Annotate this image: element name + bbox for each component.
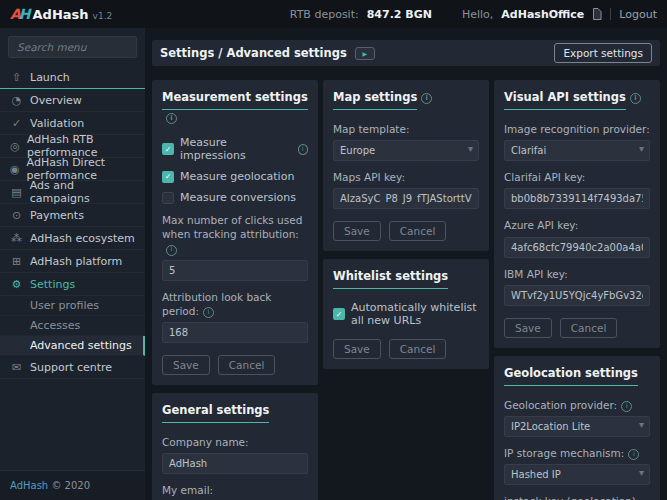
- company-name-input[interactable]: [162, 453, 308, 474]
- sidebar-item-label: Settings: [30, 278, 75, 291]
- sidebar-item-ads-campaigns[interactable]: ▤ Ads and campaigns: [0, 181, 145, 204]
- checkbox-checked-icon[interactable]: ✓: [333, 308, 345, 320]
- save-button[interactable]: Save: [333, 339, 381, 359]
- cancel-button[interactable]: Cancel: [389, 221, 447, 241]
- auto-whitelist-checkbox-row[interactable]: ✓ Automatically whitelist all new URLs: [333, 301, 479, 327]
- lookback-label: Attribution look back period:i: [162, 290, 308, 318]
- ip-storage-label: IP storage mechanism:i: [504, 446, 650, 460]
- info-icon[interactable]: i: [166, 113, 177, 124]
- sidebar-item-settings[interactable]: ⚙ Settings: [0, 273, 145, 296]
- azure-key-input[interactable]: [504, 237, 650, 258]
- ibm-key-input[interactable]: [504, 285, 650, 306]
- ads-campaigns-icon: ▤: [10, 186, 23, 199]
- clarifai-key-input[interactable]: [504, 188, 650, 209]
- max-clicks-label: Max number of clicks used when tracking …: [162, 213, 308, 256]
- logout-button[interactable]: Logout: [619, 8, 657, 21]
- sidebar-item-validation[interactable]: ✓ Validation: [0, 112, 145, 135]
- direct-performance-icon: ◉: [10, 163, 20, 176]
- document-icon[interactable]: [592, 8, 602, 20]
- rtb-deposit-value: 847.2 BGN: [367, 8, 432, 21]
- map-template-label: Map template:: [333, 122, 479, 136]
- info-icon[interactable]: i: [630, 93, 641, 104]
- geolocation-settings-panel: Geolocation settings Geolocation provide…: [494, 356, 660, 500]
- ip-storage-select[interactable]: ▾: [504, 464, 650, 485]
- sidebar-item-ecosystem[interactable]: ⁂ AdHash ecosystem: [0, 227, 145, 250]
- cancel-button[interactable]: Cancel: [389, 339, 447, 359]
- info-icon[interactable]: i: [203, 307, 214, 318]
- topbar: AH AdHash v1.2 RTB deposit: 847.2 BGN He…: [0, 0, 667, 28]
- save-button[interactable]: Save: [162, 355, 210, 375]
- checkbox-unchecked-icon[interactable]: [162, 192, 174, 204]
- sidebar-item-support-centre[interactable]: ✉ Support centre: [0, 356, 145, 379]
- image-provider-select[interactable]: ▾: [504, 140, 650, 161]
- brand-name: AdHash: [33, 7, 89, 22]
- ecosystem-icon: ⁂: [10, 232, 23, 245]
- save-button[interactable]: Save: [504, 318, 552, 338]
- ip-storage-value[interactable]: [504, 464, 650, 485]
- measure-geolocation-checkbox-row[interactable]: ✓ Measure geolocation: [162, 170, 308, 183]
- map-template-value[interactable]: [333, 140, 479, 161]
- sidebar-item-label: Ads and campaigns: [30, 179, 135, 205]
- logo[interactable]: AH AdHash v1.2: [10, 6, 112, 22]
- maps-api-key-label: Maps API key:: [333, 170, 479, 184]
- measure-conversions-checkbox-row[interactable]: Measure conversions: [162, 191, 308, 204]
- image-provider-value[interactable]: [504, 140, 650, 161]
- cancel-button[interactable]: Cancel: [218, 355, 276, 375]
- footer-brand-link[interactable]: AdHash: [10, 480, 48, 491]
- support-icon: ✉: [10, 361, 23, 374]
- panel-title: Measurement settings: [162, 90, 308, 110]
- info-icon[interactable]: i: [621, 401, 632, 412]
- map-template-select[interactable]: ▾: [333, 140, 479, 161]
- checkbox-label: Measure geolocation: [180, 170, 294, 183]
- gear-icon: ⚙: [10, 278, 23, 291]
- overview-icon: ◔: [10, 94, 23, 107]
- measure-impressions-checkbox-row[interactable]: ✓ Measure impressions i: [162, 136, 308, 162]
- sidebar-item-rtb-performance[interactable]: ◎ AdHash RTB performance: [0, 135, 145, 158]
- sidebar-item-launch[interactable]: ⇧ Launch: [0, 66, 145, 89]
- sidebar-item-label: Validation: [30, 117, 84, 130]
- play-tour-button[interactable]: ▶: [355, 47, 375, 60]
- info-icon[interactable]: i: [628, 449, 639, 460]
- sidebar-item-payments[interactable]: ⊙ Payments: [0, 204, 145, 227]
- sidebar-subitem-advanced-settings[interactable]: Advanced settings: [0, 336, 145, 356]
- breadcrumb: Settings / Advanced settings: [160, 46, 347, 60]
- launch-icon: ⇧: [10, 71, 23, 84]
- company-name-label: Company name:: [162, 435, 308, 449]
- lookback-input[interactable]: [162, 322, 308, 343]
- export-settings-button[interactable]: Export settings: [554, 43, 652, 63]
- checkbox-checked-icon[interactable]: ✓: [162, 171, 174, 183]
- cancel-button[interactable]: Cancel: [560, 318, 618, 338]
- adhash-logo-icon: AH: [10, 6, 29, 22]
- sidebar-item-label: Payments: [30, 209, 84, 222]
- info-icon[interactable]: i: [421, 93, 432, 104]
- email-label: My email:: [162, 483, 308, 497]
- page-header: Settings / Advanced settings ▶ Export se…: [152, 40, 660, 66]
- sidebar-subitem-user-profiles[interactable]: User profiles: [0, 296, 145, 316]
- sidebar-item-direct-performance[interactable]: ◉ AdHash Direct performance: [0, 158, 145, 181]
- azure-key-label: Azure API key:: [504, 218, 650, 232]
- main-content: Settings / Advanced settings ▶ Export se…: [145, 28, 667, 500]
- checkbox-checked-icon[interactable]: ✓: [162, 143, 174, 155]
- image-provider-label: Image recognition provider:: [504, 122, 650, 136]
- info-icon[interactable]: i: [166, 245, 177, 256]
- panel-title: General settings: [162, 403, 269, 423]
- play-icon: ▶: [362, 50, 367, 57]
- sidebar-subitem-label: Accesses: [30, 319, 80, 332]
- sidebar-item-overview[interactable]: ◔ Overview: [0, 89, 145, 112]
- geo-provider-select[interactable]: ▾: [504, 416, 650, 437]
- sidebar: ⇧ Launch ◔ Overview ✓ Validation ◎ AdHas…: [0, 28, 145, 500]
- search-input[interactable]: [8, 36, 137, 58]
- measurement-settings-panel: Measurement settingsi ✓ Measure impressi…: [152, 80, 318, 385]
- sidebar-subitem-accesses[interactable]: Accesses: [0, 316, 145, 336]
- maps-api-key-input[interactable]: [333, 188, 479, 209]
- platform-icon: ⊞: [10, 255, 23, 268]
- visual-api-settings-panel: Visual API settingsi Image recognition p…: [494, 80, 660, 348]
- sidebar-item-platform[interactable]: ⊞ AdHash platform: [0, 250, 145, 273]
- sidebar-item-label: Launch: [30, 71, 70, 84]
- geo-provider-value[interactable]: [504, 416, 650, 437]
- topbar-divider: [610, 8, 611, 20]
- info-icon[interactable]: i: [298, 144, 308, 155]
- save-button[interactable]: Save: [333, 221, 381, 241]
- checkbox-label: Automatically whitelist all new URLs: [351, 301, 479, 327]
- max-clicks-input[interactable]: [162, 260, 308, 281]
